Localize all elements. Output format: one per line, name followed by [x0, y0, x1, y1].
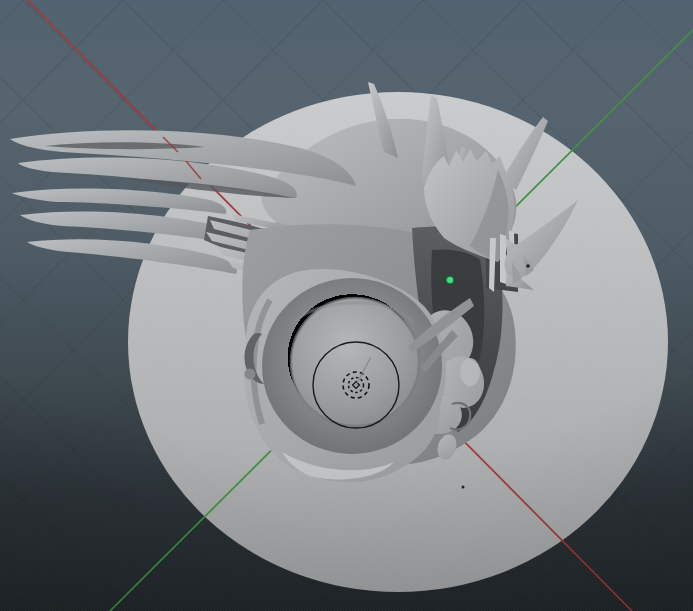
- viewport-canvas[interactable]: [0, 0, 693, 611]
- left-blob: [245, 369, 256, 380]
- speck: [526, 264, 530, 268]
- sculpt-viewport[interactable]: [0, 0, 693, 611]
- pivot-point-dot: [446, 276, 453, 283]
- speck: [462, 486, 465, 489]
- cheek-highlight: [460, 358, 480, 386]
